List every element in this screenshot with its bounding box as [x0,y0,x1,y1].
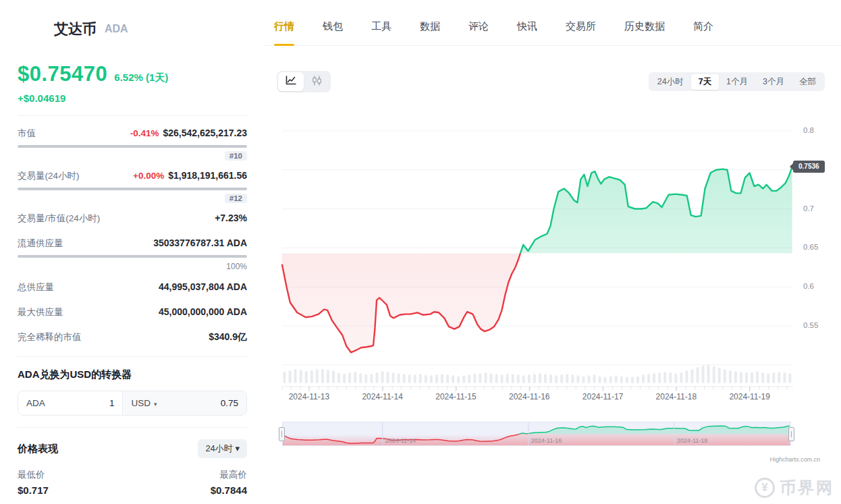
converter-from-field[interactable]: ADA 1 [18,391,123,415]
svg-text:2024-11-18: 2024-11-18 [677,437,707,444]
page: 艾达币 ADA $0.75470 6.52% (1天) +$0.04619 市值… [0,0,841,504]
navigator-right-handle[interactable] [788,427,794,441]
stat-label: 最大供应量 [18,306,63,318]
range-button[interactable]: 24小时 [650,74,691,90]
line-chart-icon [286,76,296,88]
high-label: 最高价 [211,469,247,481]
converter-from-value[interactable]: 1 [109,398,115,408]
svg-text:2024-11-14: 2024-11-14 [385,437,416,444]
chevron-down-icon: ▾ [154,401,157,408]
x-axis-tick-label: 2024-11-13 [289,392,330,401]
stat-row: 总供应量44,995,037,804 ADA [18,281,247,293]
site-watermark: ¥ 币界网 [755,477,834,499]
currency-converter: ADA 1 USD▾ 0.75 [18,391,247,416]
performance-period-dropdown[interactable]: 24小时 ▾ [198,439,247,458]
stat-row: 流通供应量35033776787.31 ADA100% [18,237,247,272]
last-price-tag: 0.7536 [793,161,825,173]
tab-item[interactable]: 简介 [693,20,713,45]
stat-label: 流通供应量 [18,237,63,250]
y-axis-tick-label: 0.55 [803,321,818,329]
stat-value: $340.9亿 [209,331,247,343]
cardano-logo-icon [18,15,46,43]
high-value: $0.7844 [211,484,247,496]
low-label: 最低价 [18,469,49,481]
converter-to-field[interactable]: USD▾ 0.75 [123,391,246,415]
x-axis-tick-label: 2024-11-19 [729,392,770,401]
stat-value: 45,000,000,000 ADA [159,306,247,317]
range-selector: 24小时7天1个月3个月全部 [649,72,825,91]
stat-value: $1,918,191,661.56 [168,170,247,181]
x-axis-tick-label: 2024-11-16 [509,392,550,401]
stat-label: 总供应量 [18,281,54,293]
stat-rank-badge: #10 [225,151,247,161]
stat-row: 完全稀释的市值$340.9亿 [18,331,247,343]
range-button[interactable]: 1个月 [719,74,755,90]
range-button[interactable]: 全部 [792,74,823,90]
tab-item[interactable]: 评论 [468,20,489,45]
candlestick-chart-icon [312,76,322,88]
stat-percent: -0.41% [130,128,159,138]
performance-header: 价格表现 24小时 ▾ [18,439,247,458]
y-axis-tick-label: 0.65 [803,243,818,251]
stat-rank-badge: 100% [226,261,247,272]
chart-type-toggle [277,71,331,92]
tab-bar: 行情钱包工具数据评论快讯交易所历史数据简介 [265,0,841,46]
price-row: $0.75470 6.52% (1天) [18,62,247,86]
x-axis-tick-label: 2024-11-17 [582,392,624,401]
low-high-block: 最低价 $0.717 最高价 $0.7844 [18,469,247,496]
price-chart[interactable] [282,111,793,395]
coin-change-absolute: +$0.04619 [18,92,247,104]
range-button[interactable]: 3个月 [755,74,792,90]
stat-row: 交易量/市值(24小时)+7.23% [18,213,247,225]
stat-label: 交易量(24小时) [18,170,80,182]
stat-row: 市值-0.41%$26,542,625,217.23#10 [18,128,247,161]
stat-label: 完全稀释的市值 [18,331,82,343]
navigator-svg[interactable]: 2024-11-142024-11-162024-11-18 [283,422,790,445]
converter-to-value: 0.75 [221,398,238,408]
stat-percent: +0.00% [133,171,164,181]
coin-symbol: ADA [105,23,128,35]
stat-rank-badge: #12 [225,194,247,203]
line-chart-button[interactable] [278,72,304,91]
low-value: $0.717 [18,484,49,496]
stat-value: 44,995,037,804 ADA [159,281,247,292]
converter-title: ADA兑换为USD的转换器 [18,368,247,381]
tab-item[interactable]: 钱包 [323,20,343,45]
coin-header: 艾达币 ADA [18,15,247,43]
coin-watermark-icon: ¥ [755,478,775,498]
highcharts-credit: Highcharts.com.cn [769,456,820,463]
stat-row: 交易量(24小时)+0.00%$1,918,191,661.56#12 [18,170,247,203]
y-axis-tick-label: 0.8 [803,126,814,134]
stats-list: 市值-0.41%$26,542,625,217.23#10交易量(24小时)+0… [18,128,247,343]
coin-sidebar: 艾达币 ADA $0.75470 6.52% (1天) +$0.04619 市值… [0,0,265,504]
tab-item[interactable]: 工具 [371,20,391,45]
tab-item[interactable]: 数据 [420,20,440,45]
tab-item[interactable]: 交易所 [566,20,596,45]
y-axis-tick-label: 0.6 [803,282,814,290]
navigator-left-handle[interactable] [279,427,285,441]
chart-panel: 行情钱包工具数据评论快讯交易所历史数据简介 24小时7天1个月3个月全部 0.8… [265,0,841,504]
x-axis-tick-label: 2024-11-18 [656,392,697,401]
stat-value: $26,542,625,217.23 [163,128,247,138]
stat-value: +7.23% [215,213,247,223]
watermark-brand: 币界网 [780,477,834,499]
divider [18,115,247,116]
tab-item[interactable]: 快讯 [517,20,537,45]
x-axis-tick-label: 2024-11-15 [435,392,477,401]
converter-to-dropdown[interactable]: USD▾ [131,398,157,408]
price-chart-svg[interactable] [282,111,793,395]
candlestick-chart-button[interactable] [304,72,329,91]
chart-navigator[interactable]: 2024-11-142024-11-162024-11-18 [282,422,791,446]
stat-progress-bar [18,188,247,190]
range-button[interactable]: 7天 [691,74,719,90]
coin-change-percent: 6.52% (1天) [114,72,168,84]
coin-name: 艾达币 [54,20,97,38]
converter-from-label: ADA [26,398,45,408]
tab-item[interactable]: 历史数据 [624,20,665,45]
stat-label: 市值 [18,128,36,140]
tab-item[interactable]: 行情 [274,20,294,45]
stat-value: 35033776787.31 ADA [153,237,247,248]
coin-price: $0.75470 [18,62,107,86]
stat-progress-bar [18,255,247,258]
stat-progress-bar [18,145,247,148]
